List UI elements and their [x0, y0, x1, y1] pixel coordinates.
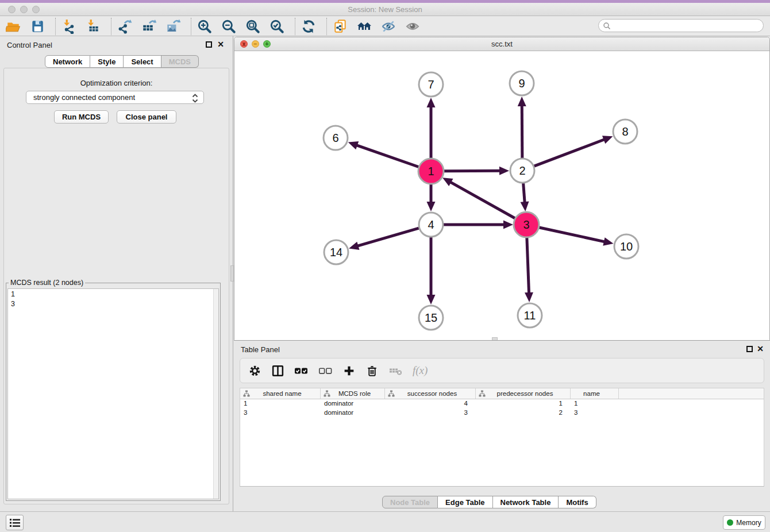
memory-button[interactable]: Memory — [723, 515, 765, 530]
column-header-predecessor-nodes[interactable]: predecessor nodes — [476, 388, 571, 399]
tab-mcds[interactable]: MCDS — [161, 55, 199, 68]
add-column-icon[interactable] — [342, 364, 356, 377]
tree-hierarchy-icon — [479, 390, 486, 397]
function-builder-icon: f(x) — [413, 364, 428, 377]
deselect-all-checkboxes-icon[interactable] — [318, 364, 333, 377]
edge-2-9[interactable] — [522, 104, 522, 158]
cell-shared-name[interactable]: 1 — [240, 399, 321, 408]
cell-successor-nodes[interactable]: 4 — [385, 399, 476, 408]
node-label-9: 9 — [518, 77, 525, 90]
tab-network[interactable]: Network — [45, 55, 90, 68]
edge-1-6[interactable] — [355, 145, 419, 167]
tab-node-table[interactable]: Node Table — [382, 496, 438, 508]
node-label-2: 2 — [519, 164, 525, 177]
import-table-icon[interactable] — [86, 19, 101, 34]
column-header-shared-name[interactable]: shared name — [240, 388, 321, 399]
copy-network-icon[interactable] — [333, 19, 348, 34]
open-file-icon[interactable] — [6, 19, 21, 34]
close-table-panel-icon[interactable]: ✕ — [757, 344, 764, 353]
cell-MCDS-role[interactable]: dominator — [321, 399, 385, 408]
cell-shared-name[interactable]: 3 — [240, 408, 321, 418]
table-row-1[interactable]: 1dominator411 — [240, 399, 764, 408]
main-toolbar — [0, 17, 770, 36]
mcds-result-textarea[interactable]: 13 — [7, 288, 219, 499]
edge-2-3[interactable] — [523, 183, 525, 204]
save-session-icon[interactable] — [30, 19, 45, 34]
refresh-layout-icon[interactable] — [301, 19, 316, 34]
column-header-successor-nodes[interactable]: successor nodes — [385, 388, 476, 399]
import-network-icon[interactable] — [61, 19, 76, 34]
application-window: Session: New Session Control Panel ✕ Net… — [0, 0, 770, 532]
search-box[interactable] — [598, 19, 764, 32]
float-table-panel-icon[interactable] — [746, 346, 753, 352]
table-panel-tabs: Node TableEdge TableNetwork TableMotifs — [382, 496, 596, 508]
settings-gear-icon[interactable] — [248, 364, 261, 377]
zoom-in-icon[interactable] — [197, 19, 212, 34]
network-canvas[interactable]: 7968124314101511 — [234, 51, 769, 340]
export-network-icon[interactable] — [117, 19, 132, 34]
export-table-icon[interactable] — [141, 19, 156, 34]
result-scrollbar[interactable] — [213, 289, 218, 499]
export-image-icon[interactable] — [165, 19, 180, 34]
node-label-8: 8 — [622, 125, 628, 138]
tree-hierarchy-icon — [388, 390, 395, 397]
mcds-result-group: MCDS result (2 nodes) 13 — [6, 283, 221, 501]
arrowhead-3-10 — [603, 237, 613, 246]
table-row-2[interactable]: 3dominator323 — [240, 408, 764, 418]
zoom-out-icon[interactable] — [221, 19, 236, 34]
tab-motifs[interactable]: Motifs — [559, 496, 596, 508]
float-panel-icon[interactable] — [206, 41, 212, 48]
fit-content-icon[interactable] — [245, 19, 260, 34]
edge-3-1[interactable] — [449, 182, 515, 219]
column-header-name[interactable]: name — [571, 388, 619, 399]
task-history-button[interactable] — [6, 515, 24, 530]
column-header-MCDS-role[interactable]: MCDS role — [321, 388, 385, 399]
edge-1-2[interactable] — [444, 171, 502, 171]
close-panel-button[interactable]: Close panel — [117, 110, 176, 124]
cell-predecessor-nodes[interactable]: 1 — [476, 399, 571, 408]
arrowhead-4-14 — [349, 242, 359, 250]
cell-successor-nodes[interactable]: 3 — [385, 408, 476, 418]
cell-name[interactable]: 3 — [571, 408, 619, 418]
cell-name[interactable]: 1 — [571, 399, 619, 408]
cell-MCDS-role[interactable]: dominator — [321, 408, 385, 418]
network-window-titlebar[interactable]: x − + scc.txt — [234, 37, 769, 51]
tab-select[interactable]: Select — [124, 55, 161, 68]
close-panel-icon[interactable]: ✕ — [217, 40, 224, 49]
arrowhead-2-9 — [518, 97, 526, 106]
delete-column-icon[interactable] — [365, 364, 379, 377]
vertical-splitter-handle[interactable] — [230, 265, 234, 282]
run-mcds-button[interactable]: Run MCDS — [54, 110, 109, 124]
node-table[interactable]: shared nameMCDS rolesuccessor nodesprede… — [240, 388, 764, 487]
node-label-10: 10 — [620, 240, 633, 253]
window-title: Session: New Session — [0, 5, 770, 14]
list-icon — [9, 518, 21, 528]
table-panel-title: Table Panel — [241, 345, 280, 354]
split-columns-icon[interactable] — [271, 364, 284, 377]
edge-2-8[interactable] — [534, 139, 606, 166]
tab-style[interactable]: Style — [90, 55, 124, 68]
edge-4-14[interactable] — [356, 228, 419, 246]
main-titlebar[interactable]: Session: New Session — [0, 3, 770, 16]
criterion-dropdown[interactable]: strongly connected component — [26, 91, 204, 104]
search-input[interactable] — [611, 21, 763, 31]
edge-3-11[interactable] — [527, 237, 529, 295]
zoom-selected-icon[interactable] — [270, 19, 284, 34]
node-label-11: 11 — [524, 309, 536, 322]
toolbar-separator — [295, 18, 295, 35]
node-label-7: 7 — [428, 78, 434, 91]
select-all-checkboxes-icon[interactable] — [294, 364, 309, 377]
control-panel-header: Control Panel ✕ — [0, 36, 233, 52]
hide-selection-icon[interactable] — [381, 19, 396, 34]
edge-3-10[interactable] — [538, 228, 606, 242]
tree-hierarchy-icon — [324, 390, 330, 397]
cell-predecessor-nodes[interactable]: 2 — [476, 408, 571, 418]
mcds-result-title: MCDS result (2 nodes) — [9, 279, 85, 287]
tab-edge-table[interactable]: Edge Table — [438, 496, 492, 508]
show-selection-icon[interactable] — [405, 19, 420, 34]
network-graph[interactable]: 7968124314101511 — [234, 51, 769, 340]
memory-status-dot — [727, 519, 733, 526]
tab-network-table[interactable]: Network Table — [493, 496, 559, 508]
table-header-row: shared nameMCDS rolesuccessor nodesprede… — [240, 388, 764, 399]
show-networks-home-icon[interactable] — [357, 19, 372, 34]
